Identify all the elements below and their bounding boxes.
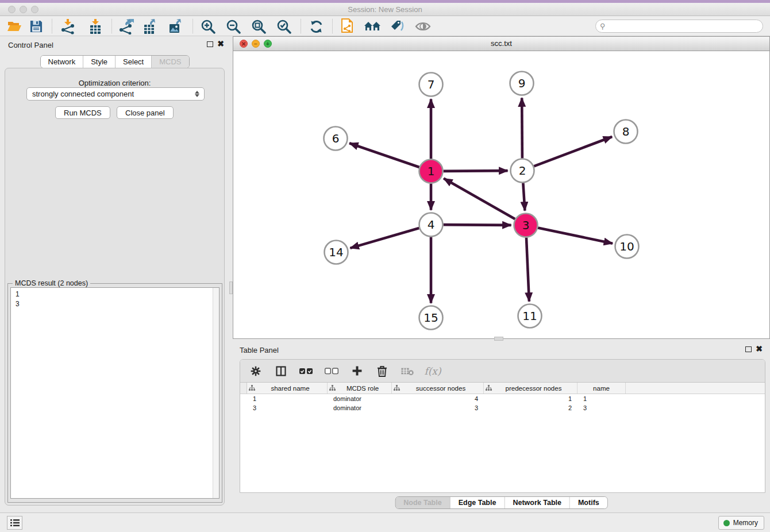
open-folder-button[interactable] (5, 18, 24, 34)
cell-shared-name[interactable]: 3 (247, 403, 328, 413)
show-graphics-details-button[interactable] (413, 18, 433, 34)
float-panel-icon[interactable] (207, 41, 213, 47)
table-settings-button[interactable] (247, 364, 264, 379)
cell-successor-nodes[interactable]: 3 (392, 403, 484, 413)
tab-edge-table[interactable]: Edge Table (451, 497, 505, 508)
add-row-button[interactable] (348, 364, 365, 379)
result-scrollbar[interactable] (213, 288, 219, 498)
memory-button[interactable]: Memory (718, 516, 764, 530)
edge-3-11[interactable] (526, 237, 529, 301)
node-3[interactable]: 3 (514, 214, 538, 237)
edge-1-6[interactable] (349, 143, 419, 167)
cell-name[interactable]: 3 (578, 403, 626, 413)
node-2[interactable]: 2 (511, 159, 534, 183)
show-panel-list-button[interactable] (7, 516, 22, 530)
column-header-filler (626, 383, 765, 394)
node-10[interactable]: 10 (615, 235, 639, 259)
horizontal-splitter-grip[interactable] (494, 337, 503, 341)
cell-predecessor-nodes[interactable]: 2 (484, 403, 578, 413)
export-table-button[interactable] (141, 18, 160, 34)
tab-network-table[interactable]: Network Table (505, 497, 570, 508)
table-row[interactable]: 1dominator411 (240, 394, 765, 403)
cell-name[interactable]: 1 (578, 394, 626, 403)
deselect-all-checkboxes-button[interactable] (323, 364, 340, 379)
node-9[interactable]: 9 (510, 72, 534, 95)
column-sort-icon (486, 385, 492, 391)
import-network-icon (60, 19, 75, 34)
edge-4-3[interactable] (443, 225, 511, 225)
tab-node-table[interactable]: Node Table (395, 497, 450, 508)
search-input[interactable] (606, 21, 758, 32)
node-8[interactable]: 8 (614, 120, 638, 144)
edge-1-2[interactable] (443, 171, 507, 171)
import-table-button[interactable] (86, 18, 105, 34)
export-network-button[interactable] (116, 18, 136, 34)
run-mcds-button[interactable]: Run MCDS (55, 106, 110, 119)
close-panel-button[interactable]: Close panel (117, 106, 174, 119)
node-1[interactable]: 1 (419, 160, 443, 183)
column-header-name[interactable]: name (578, 383, 626, 394)
edge-2-9[interactable] (522, 98, 522, 158)
node-7[interactable]: 7 (419, 73, 443, 97)
criterion-select[interactable]: strongly connected component (26, 87, 205, 101)
column-header-MCDS-role[interactable]: MCDS role (328, 383, 392, 394)
import-network-button[interactable] (58, 18, 78, 34)
network-window-titlebar[interactable]: ✕ − + scc.txt (233, 37, 769, 51)
table-row[interactable]: 3dominator323 (240, 403, 765, 413)
column-header-predecessor-nodes[interactable]: predecessor nodes (484, 383, 578, 394)
tab-style[interactable]: Style (83, 56, 116, 68)
import-table-icon (88, 19, 102, 34)
network-from-file-button[interactable] (338, 18, 357, 34)
tab-network[interactable]: Network (40, 56, 83, 68)
hide-labels-button[interactable] (388, 18, 407, 34)
column-sort-icon (249, 385, 255, 391)
row-gutter (240, 403, 247, 413)
network-canvas[interactable]: 7968124314101511 (233, 51, 769, 338)
select-all-checkboxes-button[interactable] (298, 364, 315, 379)
column-header-successor-nodes[interactable]: successor nodes (392, 383, 484, 394)
column-header-label: successor nodes (400, 385, 482, 392)
tab-motifs[interactable]: Motifs (570, 497, 607, 508)
node-label: 6 (332, 132, 340, 145)
delete-rows-button[interactable] (374, 364, 391, 379)
network-from-file-icon (340, 18, 355, 34)
home-button[interactable] (363, 18, 382, 34)
edge-3-1[interactable] (444, 179, 515, 219)
edge-2-3[interactable] (523, 183, 525, 210)
edge-4-14[interactable] (350, 228, 419, 248)
node-14[interactable]: 14 (325, 241, 348, 264)
edge-2-8[interactable] (534, 137, 612, 166)
save-session-button[interactable] (26, 18, 46, 34)
node-label: 10 (619, 240, 634, 253)
mcds-result-textarea[interactable]: 13 (10, 287, 220, 499)
node-4[interactable]: 4 (419, 213, 443, 237)
cell-successor-nodes[interactable]: 4 (392, 394, 484, 403)
zoom-out-button[interactable] (224, 18, 243, 34)
column-header-shared-name[interactable]: shared name (247, 383, 328, 394)
toolbar-separator (52, 19, 52, 33)
close-panel-icon[interactable]: ✖ (217, 41, 224, 47)
edge-3-10[interactable] (538, 228, 613, 243)
cell-MCDS-role[interactable]: dominator (328, 403, 392, 413)
tab-select[interactable]: Select (116, 56, 152, 68)
table-panel-tabs: Node TableEdge TableNetwork TableMotifs (395, 496, 608, 509)
node-6[interactable]: 6 (324, 127, 348, 151)
node-label: 4 (428, 218, 435, 232)
refresh-button[interactable] (306, 18, 326, 34)
zoom-fit-button[interactable] (249, 18, 268, 34)
close-table-panel-icon[interactable]: ✖ (756, 346, 763, 352)
delete-table-button[interactable] (399, 364, 416, 379)
cell-shared-name[interactable]: 1 (247, 394, 328, 403)
node-15[interactable]: 15 (419, 306, 443, 330)
export-image-button[interactable] (166, 18, 186, 34)
zoom-in-button[interactable] (198, 18, 218, 34)
cell-predecessor-nodes[interactable]: 1 (484, 394, 578, 403)
zoom-selected-button[interactable] (274, 18, 294, 34)
cell-MCDS-role[interactable]: dominator (328, 394, 392, 403)
column-visibility-button[interactable] (272, 364, 290, 379)
eye-icon (415, 21, 431, 32)
float-table-panel-icon[interactable] (745, 346, 752, 352)
tab-mcds[interactable]: MCDS (152, 56, 188, 68)
node-11[interactable]: 11 (518, 304, 542, 328)
apply-function-button[interactable]: f(x) (424, 364, 441, 379)
